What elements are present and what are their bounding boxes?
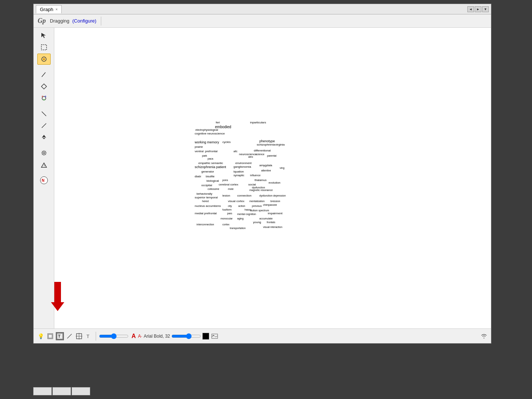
airplane-tool[interactable] xyxy=(37,132,51,143)
word-node: mole xyxy=(228,187,233,191)
text-icon2[interactable]: T xyxy=(85,332,93,340)
bottom-tab-2[interactable] xyxy=(52,387,71,395)
font-name-label: Arial Bold, 32 xyxy=(144,334,170,339)
word-node: paca xyxy=(208,157,213,160)
word-node: prairie xyxy=(195,145,203,149)
word-node: environment xyxy=(235,161,252,165)
bulb-icon[interactable]: 💡 xyxy=(37,332,45,340)
tab-label: Graph xyxy=(40,7,53,12)
title-buttons: ◄ ► ▼ xyxy=(467,6,489,12)
image-icon[interactable] xyxy=(211,332,219,340)
svg-line-3 xyxy=(42,72,45,77)
bottom-tab-1[interactable] xyxy=(33,387,52,395)
rect-select-tool[interactable] xyxy=(37,42,51,53)
forward-button[interactable]: ► xyxy=(475,6,481,12)
svg-text:T: T xyxy=(86,334,89,339)
diamond-tool[interactable] xyxy=(37,81,51,92)
svg-point-6 xyxy=(42,96,43,97)
rotate-tool[interactable] xyxy=(37,93,51,104)
svg-point-8 xyxy=(43,99,45,100)
word-node: young xyxy=(253,221,261,224)
select-tool[interactable] xyxy=(37,30,51,41)
word-node: prefrontal xyxy=(205,150,218,153)
svg-line-28 xyxy=(216,336,218,337)
bottom-tab-3[interactable] xyxy=(72,387,90,395)
menu-button[interactable]: ▼ xyxy=(482,6,489,12)
word-node: action xyxy=(238,204,245,208)
word-node: hered xyxy=(202,200,209,203)
back-button[interactable]: ◄ xyxy=(467,6,474,12)
pencil-tool[interactable] xyxy=(37,69,51,80)
word-node: working memory xyxy=(195,140,219,145)
gear-tool[interactable] xyxy=(37,147,51,158)
wifi-icon xyxy=(480,332,488,340)
circle-select-tool[interactable] xyxy=(37,54,51,65)
word-node: inparticulars xyxy=(250,121,266,125)
font-controls: A A· xyxy=(132,333,142,340)
line-tool1[interactable] xyxy=(37,108,51,119)
graph-tab[interactable]: Graph × xyxy=(36,5,62,13)
status-sep xyxy=(96,332,96,341)
word-node: aging xyxy=(237,217,243,220)
word-cloud: feriinparticularsembodiedelectrophysiolo… xyxy=(195,120,350,235)
separator xyxy=(101,17,101,25)
word-node: visual interaction xyxy=(263,225,282,229)
word-node: ving xyxy=(280,166,284,170)
line-tool2[interactable] xyxy=(37,120,51,131)
word-node: pons xyxy=(222,178,228,182)
word-node: dysfunction depression xyxy=(259,194,286,197)
arrow-shaft xyxy=(54,282,61,302)
size-slider[interactable] xyxy=(99,333,129,339)
svg-point-2 xyxy=(43,58,45,60)
word-node: cognitive neuroscience xyxy=(195,132,225,136)
font-color-swatch[interactable] xyxy=(202,333,209,340)
word-node: synaptic xyxy=(233,174,244,177)
configure-link[interactable]: (Configure) xyxy=(72,18,96,24)
font-size-slider[interactable] xyxy=(171,333,201,339)
arrow-head xyxy=(51,302,64,311)
word-node: attentive xyxy=(261,169,271,172)
svg-line-10 xyxy=(42,123,46,128)
word-node: collosome xyxy=(208,187,219,191)
svg-rect-0 xyxy=(41,45,47,50)
word-node: mental cognition xyxy=(237,212,256,216)
word-node: visual cortex xyxy=(228,200,244,203)
word-node: medial prefrontal xyxy=(195,212,217,215)
help-tool[interactable]: ? xyxy=(37,159,51,170)
svg-text:T: T xyxy=(58,334,61,338)
word-node: schizophrenia xyxy=(257,143,275,147)
svg-line-27 xyxy=(214,335,216,337)
neo4j-tool[interactable]: N xyxy=(37,175,51,186)
svg-rect-17 xyxy=(48,334,52,338)
arrow-indicator xyxy=(51,282,64,311)
text-tool-icon[interactable]: T xyxy=(56,332,64,340)
word-node: previous xyxy=(252,204,262,208)
word-node: bisulfite xyxy=(206,175,215,178)
word-node: schizophrenia patient xyxy=(195,165,226,170)
layers-icon[interactable] xyxy=(46,332,54,340)
word-node: monocular xyxy=(221,217,233,220)
word-node: behaviorally xyxy=(197,192,212,196)
tab-close-icon[interactable]: × xyxy=(55,7,58,11)
word-node: ganglionomia xyxy=(233,165,251,169)
word-node: biological xyxy=(207,179,219,183)
word-node: park xyxy=(202,154,207,157)
svg-line-9 xyxy=(42,112,46,116)
mode-label: Dragging xyxy=(50,18,69,24)
tab-area: Graph × xyxy=(36,5,62,13)
svg-marker-4 xyxy=(41,84,47,89)
word-node: connection xyxy=(237,194,252,198)
toolbar-row: Gp Dragging (Configure) xyxy=(34,14,491,28)
main-window: Graph × ◄ ► ▼ Gp Dragging (Configure) xyxy=(33,4,491,344)
svg-point-7 xyxy=(45,96,46,97)
word-node: superior temporal xyxy=(195,196,218,200)
line-select-icon[interactable] xyxy=(65,332,74,340)
canvas-area[interactable]: feriinparticularsembodiedelectrophysiolo… xyxy=(54,28,491,328)
word-node: fusiform xyxy=(222,208,232,211)
word-node: differentional xyxy=(254,149,271,153)
word-node: virginia xyxy=(275,143,284,147)
crosshair-icon[interactable] xyxy=(75,332,83,340)
word-node: science xyxy=(256,153,265,156)
word-node: empathic semantic xyxy=(198,161,223,165)
word-node: electrophysiological xyxy=(195,128,218,132)
